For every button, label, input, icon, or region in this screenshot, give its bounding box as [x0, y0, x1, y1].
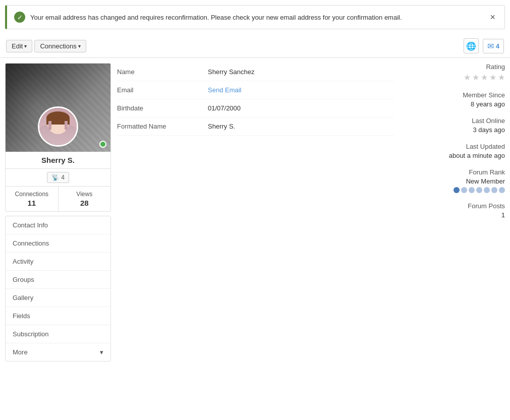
last-updated-section: Last Updated about a minute ago [404, 143, 505, 159]
profile-image-area [6, 64, 110, 152]
avatar [38, 106, 78, 147]
connections-chevron-icon: ▾ [78, 43, 81, 49]
notification-banner: ✓ Your email address has changed and req… [5, 5, 505, 29]
rss-icon: 📡 [51, 174, 59, 181]
nav-item-connections[interactable]: Connections [6, 234, 110, 253]
birthdate-row: Birthdate 01/07/2000 [117, 99, 394, 117]
rank-dots [404, 187, 505, 193]
last-online-section: Last Online 3 days ago [404, 117, 505, 134]
rank-dot-4 [476, 187, 482, 193]
rank-dot-1 [454, 187, 460, 193]
sidebar: Sherry S. 📡 4 Connections 11 Views 28 Co [5, 63, 111, 362]
close-button[interactable]: × [488, 12, 497, 23]
stats-row: Connections 11 Views 28 [6, 187, 110, 211]
toolbar: Edit ▾ Connections ▾ 🌐 ✉ 4 [0, 34, 510, 58]
edit-button[interactable]: Edit ▾ [6, 40, 32, 52]
nav-item-more[interactable]: More ▾ [6, 343, 110, 361]
rank-dot-6 [491, 187, 497, 193]
rank-dot-3 [469, 187, 475, 193]
forum-posts-section: Forum Posts 1 [404, 202, 505, 219]
connections-stat: Connections 11 [6, 187, 59, 211]
main-layout: Sherry S. 📡 4 Connections 11 Views 28 Co [0, 58, 510, 367]
content-area: Name Sherry Sanchez Email Send Email Bir… [117, 63, 505, 362]
nav-item-contact-info[interactable]: Contact Info [6, 216, 110, 234]
globe-icon[interactable]: 🌐 [464, 38, 479, 53]
star-3: ★ [481, 73, 488, 82]
email-row: Email Send Email [117, 81, 394, 99]
nav-item-fields[interactable]: Fields [6, 307, 110, 325]
nav-item-gallery[interactable]: Gallery [6, 289, 110, 307]
online-status-dot [99, 141, 106, 148]
name-row: Name Sherry Sanchez [117, 63, 394, 81]
nav-item-activity[interactable]: Activity [6, 253, 110, 271]
toolbar-right: 🌐 ✉ 4 [464, 38, 504, 53]
toolbar-left: Edit ▾ Connections ▾ [6, 40, 86, 52]
notification-icon: ✓ [14, 12, 25, 23]
formatted-name-row: Formatted Name Sherry S. [117, 117, 394, 136]
forum-rank-section: Forum Rank New Member [404, 168, 505, 193]
connections-button[interactable]: Connections ▾ [34, 40, 86, 52]
views-stat: Views 28 [59, 187, 111, 211]
member-since-section: Member Since 8 years ago [404, 91, 505, 108]
nav-item-groups[interactable]: Groups [6, 271, 110, 289]
star-5: ★ [498, 73, 505, 82]
profile-name: Sherry S. [6, 152, 110, 169]
rank-dot-7 [499, 187, 505, 193]
rank-dot-2 [461, 187, 467, 193]
mail-badge[interactable]: ✉ 4 [483, 39, 504, 53]
star-2: ★ [472, 73, 479, 82]
rating-section: Rating ★ ★ ★ ★ ★ [404, 63, 505, 82]
star-1: ★ [464, 73, 471, 82]
mail-icon: ✉ [487, 41, 494, 51]
rss-area: 📡 4 [6, 169, 110, 187]
send-email-link[interactable]: Send Email [208, 86, 394, 94]
profile-info-section: Name Sherry Sanchez Email Send Email Bir… [117, 63, 394, 362]
nav-menu: Contact Info Connections Activity Groups… [5, 216, 111, 362]
mail-count: 4 [496, 42, 499, 50]
more-chevron-icon: ▾ [100, 348, 103, 356]
rank-dot-5 [484, 187, 490, 193]
right-stats: Rating ★ ★ ★ ★ ★ Member Since 8 years ag… [404, 63, 505, 362]
notification-text: Your email address has changed and requi… [30, 14, 483, 21]
nav-item-subscription[interactable]: Subscription [6, 325, 110, 343]
profile-card: Sherry S. 📡 4 Connections 11 Views 28 [5, 63, 111, 212]
star-4: ★ [489, 73, 496, 82]
avatar-placeholder [39, 108, 77, 145]
rss-button[interactable]: 📡 4 [47, 172, 69, 183]
rating-stars: ★ ★ ★ ★ ★ [404, 73, 505, 82]
edit-chevron-icon: ▾ [24, 43, 27, 49]
